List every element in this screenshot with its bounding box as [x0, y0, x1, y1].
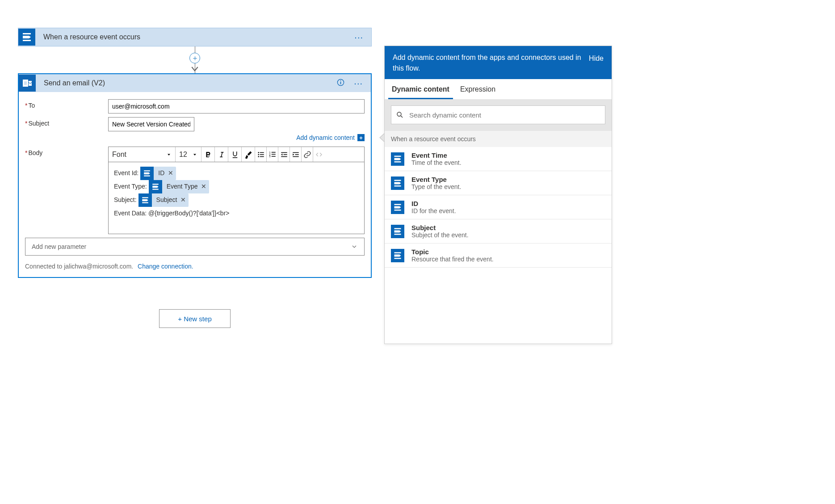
item-subtitle: Subject of the event. [411, 231, 469, 239]
event-grid-icon [391, 176, 404, 190]
highlight-button[interactable] [242, 147, 255, 162]
token-event-type[interactable]: Event Type ✕ [149, 180, 210, 193]
body-label: *Body [25, 147, 108, 156]
dynamic-content-item[interactable]: Event Time Time of the event. [385, 147, 612, 171]
action-menu-button[interactable]: ··· [351, 81, 365, 85]
item-subtitle: Type of the event. [411, 183, 461, 190]
item-subtitle: Time of the event. [411, 159, 462, 166]
body-text-line1: Event Id: [114, 167, 138, 180]
trigger-title: When a resource event occurs [35, 33, 352, 41]
item-title: Subject [411, 224, 469, 231]
add-dynamic-content-link[interactable]: Add dynamic content [296, 134, 355, 141]
trigger-card[interactable]: When a resource event occurs ··· [18, 28, 372, 46]
font-dropdown[interactable]: Font [109, 147, 176, 162]
italic-button[interactable] [215, 147, 228, 162]
dynamic-content-item[interactable]: Event Type Type of the event. [385, 171, 612, 195]
body-text-line3: Subject: [114, 193, 137, 206]
tab-expression[interactable]: Expression [457, 79, 499, 99]
event-grid-icon [138, 193, 152, 207]
event-grid-icon [18, 29, 35, 46]
item-subtitle: ID for the event. [411, 207, 456, 214]
change-connection-link[interactable]: Change connection. [138, 263, 193, 270]
body-text-line2: Event Type: [114, 180, 147, 193]
outlook-icon [19, 75, 36, 92]
action-card: Send an email (V2) ··· *To *Subject Add … [18, 73, 372, 278]
search-box[interactable] [391, 105, 605, 124]
flow-connector [18, 46, 372, 73]
panel-header-text: Add dynamic content from the apps and co… [393, 52, 589, 74]
item-title: Event Type [411, 176, 461, 183]
remove-token-icon[interactable]: ✕ [168, 167, 173, 180]
token-subject[interactable]: Subject ✕ [138, 193, 189, 207]
link-button[interactable] [302, 147, 313, 162]
bullet-list-button[interactable] [255, 147, 267, 162]
hide-panel-button[interactable]: Hide [589, 52, 604, 64]
body-text-line4: Event Data: @{triggerBody()?['data']}<br… [114, 207, 229, 220]
event-grid-icon [149, 180, 162, 193]
add-dynamic-content-button[interactable]: + [357, 134, 365, 141]
add-action-button[interactable] [189, 53, 200, 63]
remove-token-icon[interactable]: ✕ [180, 193, 186, 206]
subject-input[interactable] [108, 117, 194, 131]
trigger-menu-button[interactable]: ··· [352, 35, 366, 39]
number-list-button[interactable] [267, 147, 278, 162]
dynamic-content-item[interactable]: Topic Resource that fired the event. [385, 244, 612, 268]
info-icon[interactable] [336, 78, 345, 88]
event-grid-icon [391, 249, 404, 262]
dynamic-content-item[interactable]: ID ID for the event. [385, 195, 612, 219]
item-title: ID [411, 200, 456, 207]
new-step-button[interactable]: + New step [159, 309, 231, 328]
bold-button[interactable] [201, 147, 215, 162]
event-grid-icon [391, 225, 404, 238]
chevron-down-icon [351, 243, 358, 250]
to-input[interactable] [108, 99, 365, 113]
event-grid-icon [140, 167, 154, 180]
event-grid-icon [391, 152, 404, 166]
arrow-down-icon [190, 66, 199, 74]
item-title: Event Time [411, 151, 462, 159]
code-view-button[interactable] [313, 147, 325, 162]
token-id[interactable]: ID ✕ [140, 167, 176, 180]
dynamic-content-item[interactable]: Subject Subject of the event. [385, 219, 612, 244]
connection-status: Connected to jalichwa@microsoft.com. [25, 263, 133, 270]
panel-callout-pointer [379, 133, 384, 142]
tab-dynamic-content[interactable]: Dynamic content [388, 79, 453, 99]
subject-label: *Subject [25, 117, 108, 127]
body-editor[interactable]: Font 12 [108, 147, 365, 234]
search-input[interactable] [409, 111, 600, 119]
item-title: Topic [411, 248, 494, 256]
action-title: Send an email (V2) [36, 79, 336, 87]
rich-text-toolbar: Font 12 [109, 147, 364, 162]
add-parameter-dropdown[interactable]: Add new parameter [25, 238, 365, 256]
font-size-dropdown[interactable]: 12 [176, 147, 201, 162]
outdent-button[interactable] [278, 147, 290, 162]
event-grid-icon [391, 201, 404, 214]
search-icon [396, 111, 404, 119]
remove-token-icon[interactable]: ✕ [201, 180, 206, 193]
dynamic-content-panel: Add dynamic content from the apps and co… [384, 46, 612, 344]
section-title: When a resource event occurs [385, 130, 612, 147]
to-label: *To [25, 99, 108, 109]
indent-button[interactable] [290, 147, 302, 162]
item-subtitle: Resource that fired the event. [411, 256, 494, 263]
underline-button[interactable] [228, 147, 242, 162]
